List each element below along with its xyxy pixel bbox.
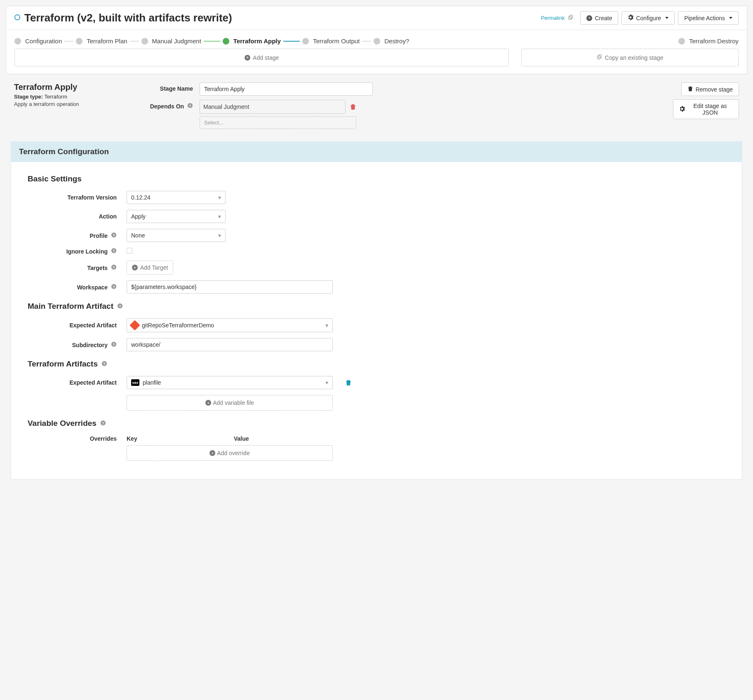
action-select[interactable]: Apply ▾: [127, 210, 226, 223]
copy-stage-button[interactable]: Copy an existing stage: [521, 49, 739, 66]
action-label: Action: [28, 213, 127, 220]
workspace-input[interactable]: [127, 280, 333, 294]
help-icon[interactable]: ?: [111, 249, 117, 255]
stage-title: Terraform Apply: [14, 82, 129, 92]
add-target-button[interactable]: + Add Target: [127, 261, 173, 275]
stage-manual-judgment[interactable]: Manual Judgment: [141, 38, 201, 45]
stage-terraform-destroy[interactable]: Terraform Destroy: [678, 38, 739, 45]
help-icon[interactable]: ?: [187, 103, 193, 110]
stage-description: Apply a terraform operation: [14, 101, 129, 107]
main-artifact-heading: Main Terraform Artifact ?: [28, 302, 725, 311]
svg-text:?: ?: [189, 104, 191, 108]
help-icon[interactable]: ?: [117, 304, 123, 310]
tf-version-label: Terraform Version: [28, 194, 127, 201]
variable-overrides-heading: Variable Overrides ?: [28, 419, 725, 428]
svg-rect-1: [569, 16, 572, 19]
caret-down-icon: [729, 17, 732, 19]
stage-type-value: Terraform: [44, 94, 67, 100]
stage-destroy[interactable]: Destroy?: [374, 38, 409, 45]
depends-on-select[interactable]: Select...: [200, 116, 356, 129]
b64-icon: b64: [131, 379, 139, 386]
stage-name-input[interactable]: [200, 82, 373, 96]
tf-artifacts-heading: Terraform Artifacts ?: [28, 359, 725, 369]
stage-type-label: Stage type:: [14, 94, 43, 100]
expected-artifact-label: Expected Artifact: [28, 322, 127, 329]
depends-on-label: Depends On ?: [146, 100, 200, 110]
svg-text:?: ?: [113, 233, 115, 237]
copy-icon: [597, 54, 602, 61]
configure-button[interactable]: Configure: [621, 11, 675, 25]
create-button[interactable]: + Create: [580, 11, 618, 25]
add-variable-file-button[interactable]: + Add variable file: [127, 395, 333, 411]
stage-configuration[interactable]: Configuration: [14, 38, 62, 45]
pipeline-header: Terraform (v2, built with artifacts rewr…: [6, 6, 747, 30]
permalink-link[interactable]: Permalink: [541, 15, 565, 21]
expected-artifact-label-2: Expected Artifact: [28, 379, 127, 386]
remove-stage-button[interactable]: Remove stage: [681, 82, 739, 96]
stage-terraform-apply[interactable]: Terraform Apply: [223, 38, 281, 45]
overrides-label: Overrides: [28, 435, 127, 442]
stages-progress: Configuration Terraform Plan Manual Judg…: [6, 30, 747, 49]
main-artifact-select[interactable]: gitRepoSeTerraformerDemo ▾: [127, 318, 333, 332]
add-override-button[interactable]: + Add override: [127, 445, 333, 461]
permalink-copy-icon[interactable]: [568, 14, 574, 21]
stage-terraform-output[interactable]: Terraform Output: [302, 38, 360, 45]
chevron-down-icon: ▾: [218, 232, 221, 239]
stage-name-label: Stage Name: [146, 82, 200, 92]
svg-text:?: ?: [104, 362, 106, 366]
add-stage-button[interactable]: + Add stage: [14, 49, 509, 66]
trash-icon: [687, 86, 693, 93]
svg-rect-4: [598, 55, 601, 58]
help-icon[interactable]: ?: [111, 342, 117, 348]
workspace-label: Workspace ?: [28, 284, 127, 291]
plus-icon: +: [209, 450, 215, 456]
ignore-locking-checkbox[interactable]: [127, 248, 132, 254]
chevron-down-icon: ▾: [325, 379, 328, 386]
gear-icon: [628, 14, 633, 21]
depends-on-value[interactable]: Manual Judgment: [200, 100, 346, 114]
plus-icon: +: [245, 55, 250, 61]
svg-text:?: ?: [113, 284, 115, 289]
terraform-config-header: Terraform Configuration: [11, 141, 742, 162]
git-icon: [129, 320, 140, 330]
plus-icon: +: [205, 400, 211, 406]
gear-icon: [679, 106, 685, 113]
chevron-down-icon: ▾: [218, 213, 221, 220]
collapse-toggle-icon[interactable]: [14, 14, 20, 22]
svg-rect-2: [570, 15, 573, 19]
edit-json-button[interactable]: Edit stage as JSON: [673, 99, 739, 119]
pipeline-title: Terraform (v2, built with artifacts rewr…: [24, 12, 232, 24]
caret-down-icon: [665, 17, 668, 19]
key-column-header: Key: [127, 435, 226, 442]
plus-icon: +: [132, 265, 138, 270]
svg-text:?: ?: [113, 342, 115, 346]
value-column-header: Value: [234, 435, 333, 442]
ignore-locking-label: Ignore Locking ?: [28, 248, 127, 255]
svg-text:?: ?: [113, 265, 115, 269]
subdirectory-label: Subdirectory ?: [28, 341, 127, 348]
remove-dependency-button[interactable]: [350, 103, 356, 110]
profile-select[interactable]: None ▾: [127, 229, 226, 242]
remove-artifact-button[interactable]: [345, 379, 352, 386]
subdirectory-input[interactable]: [127, 338, 333, 351]
tf-version-select[interactable]: 0.12.24 ▾: [127, 191, 226, 204]
help-icon[interactable]: ?: [100, 421, 106, 427]
chevron-down-icon: ▾: [325, 322, 328, 329]
tf-artifact-select[interactable]: b64 planfile ▾: [127, 376, 333, 389]
svg-text:?: ?: [102, 421, 104, 425]
chevron-down-icon: ▾: [218, 194, 221, 201]
svg-text:?: ?: [113, 249, 115, 253]
stage-terraform-plan[interactable]: Terraform Plan: [76, 38, 127, 45]
targets-label: Targets ?: [28, 264, 127, 271]
help-icon[interactable]: ?: [101, 362, 107, 368]
pipeline-actions-button[interactable]: Pipeline Actions: [678, 11, 739, 25]
help-icon[interactable]: ?: [111, 284, 117, 291]
plus-icon: +: [586, 15, 592, 21]
svg-rect-3: [598, 56, 600, 59]
basic-settings-heading: Basic Settings: [28, 174, 725, 183]
help-icon[interactable]: ?: [111, 265, 117, 271]
profile-label: Profile ?: [28, 232, 127, 239]
svg-text:?: ?: [119, 304, 121, 308]
help-icon[interactable]: ?: [111, 233, 117, 239]
